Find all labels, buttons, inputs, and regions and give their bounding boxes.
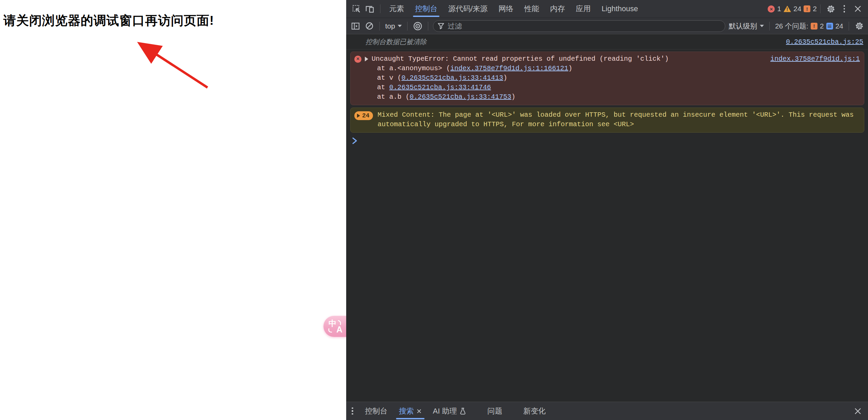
- issues-badge-icon: !: [811, 23, 817, 30]
- separator: [849, 22, 849, 31]
- inspect-element-button[interactable]: [350, 2, 363, 16]
- devtools-panel: 元素 控制台 源代码/来源 网络 性能 内存 应用 Lighthouse: [346, 0, 868, 420]
- issues-badge-icon: !: [804, 5, 810, 12]
- error-icon: ×: [354, 56, 361, 63]
- tab-lighthouse[interactable]: Lighthouse: [596, 0, 644, 18]
- separator: [380, 4, 380, 13]
- devtools-tabbar: 元素 控制台 源代码/来源 网络 性能 内存 应用 Lighthouse: [346, 0, 868, 18]
- drawer-tab-search[interactable]: 搜索: [393, 402, 427, 420]
- messages-badge-icon: [826, 23, 833, 30]
- drawer-tab-ai-assistant[interactable]: AI 助理: [427, 402, 472, 420]
- close-drawer-button[interactable]: [851, 404, 865, 418]
- error-count: 1: [777, 5, 781, 13]
- console-cleared-row: 控制台数据已被清除 0.2635c521cba.js:25: [346, 34, 868, 50]
- tab-application[interactable]: 应用: [570, 0, 596, 18]
- console-toolbar: top 默认级别: [346, 18, 868, 34]
- more-options-kebab-icon[interactable]: [837, 2, 851, 16]
- warning-badge-icon: !: [784, 6, 791, 12]
- tab-performance[interactable]: 性能: [519, 0, 545, 18]
- stack-frame: at 0.2635c521cba.js:33:41746: [354, 83, 860, 92]
- translate-arc-icon: [327, 319, 343, 334]
- console-cleared-text: 控制台数据已被清除: [366, 37, 427, 46]
- devtools-drawer-tabbar: 控制台 搜索 AI 助理 问题 新变化: [346, 402, 868, 420]
- issues-label: 26 个问题:: [775, 21, 808, 31]
- tab-sources[interactable]: 源代码/来源: [443, 0, 493, 18]
- translate-toggle-button[interactable]: 中 A: [323, 316, 346, 337]
- drawer-tab-whats-new[interactable]: 新变化: [517, 402, 551, 420]
- source-link[interactable]: 0.2635c521cba.js:33:41746: [389, 83, 491, 91]
- console-messages-area: 控制台数据已被清除 0.2635c521cba.js:25 × Uncaught…: [346, 34, 868, 402]
- source-link[interactable]: 0.2635c521cba.js:25: [786, 38, 863, 46]
- filter-input[interactable]: [448, 22, 721, 30]
- context-selector-dropdown[interactable]: top: [383, 22, 404, 30]
- tab-elements[interactable]: 元素: [384, 0, 410, 18]
- browser-page: 请关闭浏览器的调试窗口再访问页面! 中 A: [0, 0, 346, 420]
- warning-group-badge[interactable]: 24: [354, 111, 373, 120]
- status-badges[interactable]: × 1 ! 24 ! 2: [768, 5, 817, 13]
- error-text: Uncaught TypeError: Cannot read properti…: [372, 54, 770, 64]
- active-tab-underline: [396, 418, 425, 419]
- separator: [769, 22, 770, 31]
- log-level-dropdown[interactable]: 默认级别: [727, 21, 766, 31]
- issue-count: 2: [813, 5, 817, 13]
- source-link[interactable]: 0.2635c521cba.js:33:41753: [410, 93, 511, 101]
- chevron-down-icon: [760, 25, 764, 27]
- prompt-chevron-icon: [352, 137, 358, 145]
- live-expression-eye-icon[interactable]: [411, 19, 425, 33]
- screen: 请关闭浏览器的调试窗口再访问页面! 中 A: [0, 0, 868, 420]
- tab-memory[interactable]: 内存: [545, 0, 570, 18]
- red-arrow: [85, 31, 227, 109]
- clear-console-icon[interactable]: [362, 19, 376, 33]
- console-prompt[interactable]: [346, 133, 868, 145]
- source-link[interactable]: index.3758e7f9d1d.js:1:166121: [450, 64, 568, 72]
- stack-frame: at a.b (0.2635c521cba.js:33:41753): [354, 92, 860, 102]
- drawer-tab-console[interactable]: 控制台: [359, 402, 393, 420]
- page-title: 请关闭浏览器的调试窗口再访问页面!: [3, 12, 346, 29]
- warning-count: 24: [793, 5, 801, 13]
- tab-console[interactable]: 控制台: [410, 0, 443, 18]
- separator: [428, 22, 428, 31]
- console-settings-gear-icon[interactable]: [852, 19, 866, 33]
- filter-funnel-icon: [437, 22, 445, 30]
- drawer-tab-issues[interactable]: 问题: [481, 402, 508, 420]
- close-tab-icon[interactable]: [417, 409, 421, 414]
- stack-frame: at a.<anonymous> (index.3758e7f9d1d.js:1…: [354, 64, 860, 73]
- warning-text: Mixed Content: The page at '<URL>' was l…: [378, 110, 854, 129]
- expand-triangle-icon[interactable]: [365, 57, 368, 61]
- tab-network[interactable]: 网络: [493, 0, 519, 18]
- separator: [820, 4, 821, 13]
- active-tab-underline: [413, 16, 439, 17]
- console-filter-box[interactable]: [433, 20, 725, 32]
- source-link[interactable]: 0.2635c521cba.js:33:41413: [401, 74, 503, 82]
- drawer-kebab-icon[interactable]: [352, 407, 353, 415]
- issues-summary[interactable]: 26 个问题: ! 2 24: [773, 21, 845, 31]
- close-devtools-button[interactable]: [851, 2, 865, 16]
- separator: [407, 22, 408, 31]
- stack-frame: at v (0.2635c521cba.js:33:41413): [354, 73, 860, 83]
- settings-gear-icon[interactable]: [824, 2, 837, 16]
- experiment-flask-icon: [459, 407, 466, 415]
- error-badge-icon: ×: [768, 5, 775, 13]
- chevron-down-icon: [398, 25, 402, 27]
- source-link[interactable]: index.3758e7f9d1d.js:1: [770, 54, 860, 64]
- console-sidebar-icon[interactable]: [349, 19, 362, 33]
- messages-badge-count: 24: [835, 22, 843, 30]
- separator: [379, 22, 380, 31]
- console-error-message: × Uncaught TypeError: Cannot read proper…: [350, 52, 864, 105]
- console-warning-message: 24 Mixed Content: The page at '<URL>' wa…: [350, 108, 864, 133]
- issues-badge-count: 2: [820, 22, 824, 30]
- expand-triangle-icon: [357, 114, 360, 118]
- device-toolbar-button[interactable]: [363, 2, 377, 16]
- warning-group-count: 24: [362, 112, 370, 119]
